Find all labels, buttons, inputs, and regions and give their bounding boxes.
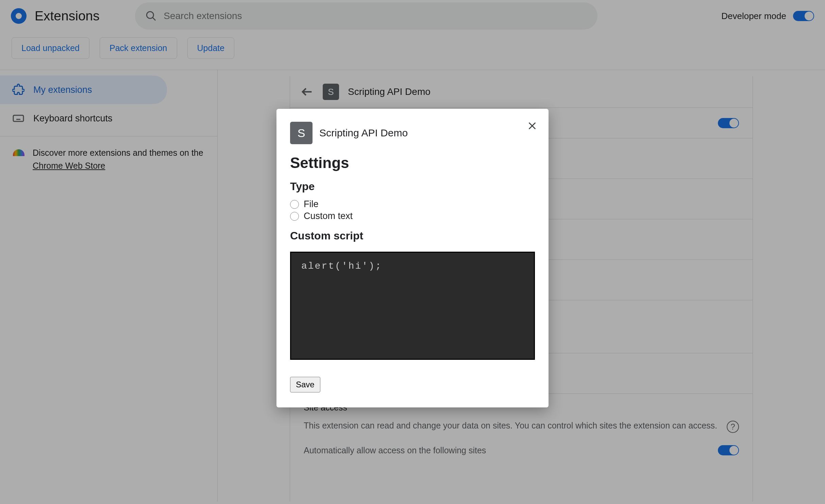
settings-heading: Settings — [290, 154, 535, 171]
radio-custom-row[interactable]: Custom text — [290, 211, 535, 221]
close-icon — [527, 121, 537, 131]
close-button[interactable] — [527, 120, 537, 133]
settings-modal: S Scripting API Demo Settings Type File … — [276, 109, 549, 407]
custom-script-heading: Custom script — [290, 230, 535, 242]
save-button[interactable]: Save — [290, 377, 320, 392]
modal-overlay[interactable]: S Scripting API Demo Settings Type File … — [0, 0, 825, 504]
modal-extension-badge: S — [290, 122, 313, 144]
modal-header: S Scripting API Demo — [290, 122, 535, 144]
radio-file[interactable] — [290, 200, 299, 209]
radio-file-label: File — [304, 199, 319, 209]
radio-file-row[interactable]: File — [290, 199, 535, 209]
custom-script-textarea[interactable] — [290, 252, 535, 360]
type-heading: Type — [290, 180, 535, 193]
modal-extension-title: Scripting API Demo — [319, 127, 408, 139]
radio-custom-text[interactable] — [290, 212, 299, 221]
radio-custom-label: Custom text — [304, 211, 353, 221]
